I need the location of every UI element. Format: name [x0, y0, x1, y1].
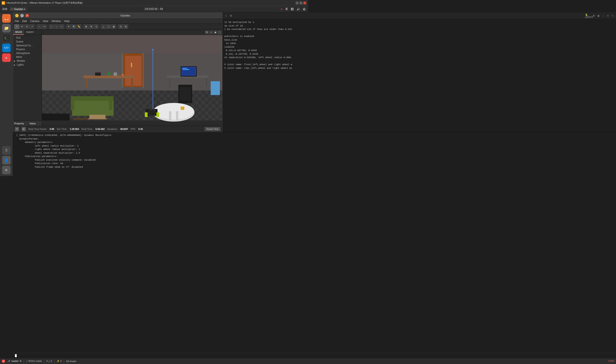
activities-button[interactable]: 活动 [2, 7, 7, 11]
world-tree: GUI Scene Spherical Co... Physics Atmosp… [13, 35, 42, 121]
dock-ros[interactable]: ◈ [2, 53, 11, 62]
svg-rect-22 [71, 96, 74, 110]
svg-rect-23 [109, 96, 112, 110]
dock-terminal[interactable]: $_ [2, 34, 11, 42]
menu-window[interactable]: Window [52, 20, 61, 23]
menu-camera[interactable]: Camera [30, 20, 39, 23]
gazebo-minimize-btn[interactable]: – [15, 14, 19, 17]
svg-rect-39 [176, 111, 178, 120]
lang-indicator[interactable]: 英 [285, 7, 288, 11]
terminal-add-btn[interactable]: + [224, 14, 228, 17]
tree-physics[interactable]: Physics [13, 47, 42, 51]
dock-vscode[interactable]: </> [2, 44, 11, 52]
toolbar-shadows[interactable]: ◑ [111, 24, 116, 29]
tree-lights[interactable]: ▶ Lights [13, 63, 42, 67]
tree-spherical[interactable]: Spherical Co... [13, 44, 42, 47]
toolbar-rotate[interactable]: ↻ [25, 24, 29, 29]
toolbar-expand[interactable]: ⊡ [118, 24, 123, 29]
toolbar-scale[interactable]: ⤢ [30, 24, 34, 29]
svg-rect-40 [180, 107, 184, 110]
toolbar-grid[interactable]: ⊞ [84, 24, 88, 29]
gazebo-maximize-btn[interactable]: □ [20, 14, 24, 17]
toolbar-light[interactable]: ✦ [66, 24, 71, 29]
toolbar-log[interactable]: ⊞ [123, 24, 128, 29]
bottom-line-lwr: left wheel radius multiplier: 1 [15, 144, 308, 148]
term-line-9: 0.131,0.187795, 0.0345 [224, 49, 308, 52]
term-line-1: ll be multiplied by 1. [224, 21, 308, 24]
svg-rect-10 [131, 63, 132, 67]
sim-time-label: Sim Time: [57, 128, 67, 130]
vmware-minimize-btn[interactable]: – [296, 1, 299, 4]
toolbar-origin[interactable]: ⊕ [89, 24, 94, 29]
reset-time-btn[interactable]: Reset Time [205, 127, 220, 131]
toolbar-translate[interactable]: ✛ [19, 24, 24, 29]
tab-insert[interactable]: Insert+ [24, 30, 36, 35]
toolbar-arrow[interactable]: → [37, 24, 41, 29]
bottom-line-rate: Publication rate: 50 [15, 162, 308, 165]
power-icon[interactable]: ⏻ [302, 7, 306, 11]
menu-edit[interactable]: Edit [22, 20, 27, 23]
svg-point-17 [108, 72, 110, 75]
volume-icon[interactable]: 🔊 [296, 7, 300, 11]
tree-models[interactable]: ▶ Models [13, 59, 42, 63]
toolbar-select[interactable]: ↖ [14, 24, 19, 29]
toolbar-wireframe[interactable]: △ [101, 24, 106, 29]
viewport-fullscreen-btn[interactable]: ⛶ [218, 31, 221, 34]
vmware-restore-btn[interactable]: □ [300, 1, 302, 4]
gazebo-titlebar: – □ × Gazebo [13, 13, 222, 19]
svg-rect-14 [86, 78, 88, 87]
tab-world[interactable]: World [13, 30, 24, 35]
property-label: Property [14, 122, 25, 125]
bottom-line-header: [ INFO] [1705082214.133618465, 8279.0800… [15, 133, 308, 137]
pause-btn[interactable]: ⏸ [15, 127, 19, 131]
term-line-6: base_link [224, 38, 308, 42]
toolbar-measure[interactable]: 📏 [77, 24, 81, 29]
bottom-line-ws: wheel separation multiplier: 1.5 [15, 151, 308, 155]
step-btn[interactable]: ⏭ [22, 127, 26, 131]
ubuntu-dock: 🦊 📁 $_ </> ◈ ⠿ 👤 ⚙ [0, 13, 13, 176]
tree-atmosphere[interactable]: Atmosphere [13, 51, 42, 55]
toolbar-transparent[interactable]: ◻ [106, 24, 111, 29]
toolbar-sep3 [65, 25, 65, 29]
rtf-value: 0.98 [50, 128, 54, 130]
toolbar-camera[interactable]: 📷 [71, 24, 76, 29]
menu-help[interactable]: Help [64, 20, 69, 23]
dock-firefox[interactable]: 🦊 [2, 14, 11, 23]
terminal-split-btn[interactable]: ⊟ [229, 14, 233, 17]
svg-rect-11 [122, 53, 123, 88]
viewport-record-btn[interactable]: ⏺ [214, 31, 217, 34]
value-label: Value [29, 122, 41, 125]
svg-rect-20 [72, 100, 114, 116]
gazebo-viewport[interactable]: 📷 ⤢ ⏺ ⛶ [42, 30, 222, 126]
viewport-screenshot-btn[interactable]: 📷 [205, 31, 208, 34]
menu-file[interactable]: File [15, 20, 19, 23]
dock-bottom: ⠿ 👤 ⚙ [2, 146, 11, 176]
dock-settings-icon[interactable]: ⚙ [2, 166, 11, 174]
tree-scene[interactable]: Scene [13, 40, 42, 44]
gazebo-close-btn[interactable]: × [26, 14, 29, 17]
toolbar-box[interactable]: □ [49, 24, 54, 29]
toolbar-sep5 [100, 25, 100, 29]
gazebo-left-panel: World Insert+ GUI Scene Spherical Co... … [13, 30, 42, 126]
viewport-scene-svg [42, 30, 222, 126]
gazebo-taskbar-btn[interactable]: ⬡ Gazebo ▾ [9, 7, 27, 11]
tree-gui[interactable]: GUI [13, 36, 42, 40]
viewport-expand-btn[interactable]: ⤢ [209, 31, 213, 34]
tree-wind[interactable]: Wind [13, 55, 42, 59]
toolbar-cylinder[interactable]: ⬭ [59, 24, 64, 29]
dock-apps-btn[interactable]: ⠿ [2, 146, 11, 155]
dock-files[interactable]: 📁 [2, 24, 11, 32]
term-line-13: h joint name: front_left_wheel and right… [224, 63, 308, 66]
toolbar-arrow2[interactable]: ⇒ [42, 24, 47, 29]
menu-view[interactable]: View [43, 20, 48, 23]
svg-point-37 [153, 103, 194, 120]
lights-arrow: ▶ [14, 64, 16, 66]
bottom-terminal: [ INFO] [1705082214.133618465, 8279.0800… [13, 132, 308, 182]
toolbar-sphere[interactable]: ○ [54, 24, 59, 29]
toolbar-contacts[interactable]: ⊙ [94, 24, 99, 29]
svg-rect-9 [125, 56, 141, 86]
network-icon[interactable]: ⛾ [290, 7, 294, 11]
bottom-terminal-content[interactable]: [ INFO] [1705082214.133618465, 8279.0800… [13, 132, 308, 182]
vmware-close-btn[interactable]: × [303, 1, 306, 4]
dock-user-icon[interactable]: 👤 [2, 156, 11, 165]
